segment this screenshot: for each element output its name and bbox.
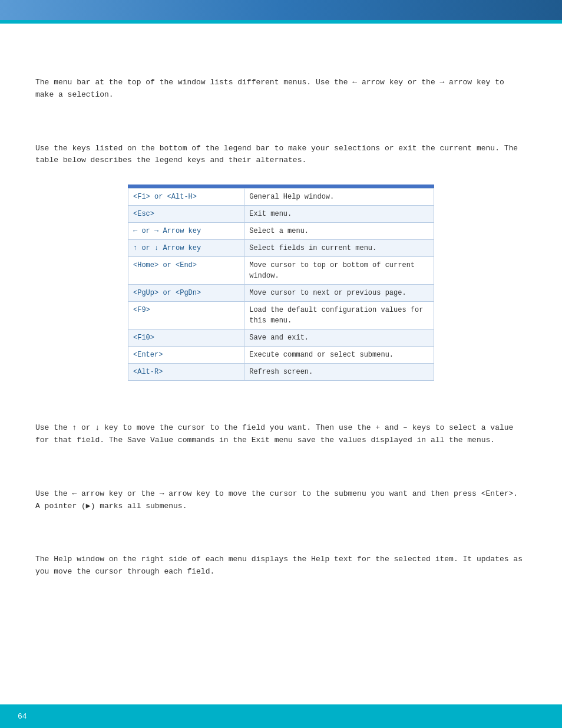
table-cell-description: Select a menu. <box>244 223 434 240</box>
table-row: <F10>Save and exit. <box>128 330 434 347</box>
main-content: The menu bar at the top of the window li… <box>0 24 562 631</box>
table-cell-key: <Esc> <box>128 206 244 223</box>
paragraph-1: The menu bar at the top of the window li… <box>35 77 527 101</box>
table-cell-description: Exit menu. <box>244 206 434 223</box>
table-row: <Home> or <End>Move cursor to top or bot… <box>128 257 434 285</box>
table-cell-description: Execute command or select submenu. <box>244 347 434 364</box>
table-row: ← or → Arrow keySelect a menu. <box>128 223 434 240</box>
table-cell-key: <F9> <box>128 302 244 330</box>
table-cell-description: General Help window. <box>244 189 434 206</box>
top-bar <box>0 0 562 24</box>
paragraph-3: Use the ↑ or ↓ key to move the cursor to… <box>35 422 527 447</box>
table-row: <F9>Load the default configuration value… <box>128 302 434 330</box>
table-cell-key: <F1> or <Alt-H> <box>128 189 244 206</box>
table-cell-key: ← or → Arrow key <box>128 223 244 240</box>
legend-table: <F1> or <Alt-H>General Help window.<Esc>… <box>128 185 434 381</box>
table-cell-description: Save and exit. <box>244 330 434 347</box>
table-cell-description: Move cursor to top or bottom of currentw… <box>244 257 434 285</box>
page-container: The menu bar at the top of the window li… <box>0 0 562 728</box>
table-row: <Alt-R>Refresh screen. <box>128 364 434 381</box>
top-bar-accent <box>0 20 562 24</box>
table-cell-key: ↑ or ↓ Arrow key <box>128 240 244 257</box>
table-row: <F1> or <Alt-H>General Help window. <box>128 189 434 206</box>
table-row: <Enter>Execute command or select submenu… <box>128 347 434 364</box>
table-cell-key: <Enter> <box>128 347 244 364</box>
paragraph-2: Use the keys listed on the bottom of the… <box>35 143 527 167</box>
paragraph-5: The Help window on the right side of eac… <box>35 554 527 578</box>
table-cell-key: <F10> <box>128 330 244 347</box>
legend-table-wrapper: <F1> or <Alt-H>General Help window.<Esc>… <box>128 185 434 381</box>
table-cell-description: Load the default configuration values fo… <box>244 302 434 330</box>
table-cell-key: <PgUp> or <PgDn> <box>128 285 244 302</box>
table-cell-description: Move cursor to next or previous page. <box>244 285 434 302</box>
bottom-bar: 64 <box>0 704 562 728</box>
table-cell-description: Select fields in current menu. <box>244 240 434 257</box>
table-row: <Esc>Exit menu. <box>128 206 434 223</box>
table-cell-key: <Alt-R> <box>128 364 244 381</box>
table-row: <PgUp> or <PgDn>Move cursor to next or p… <box>128 285 434 302</box>
page-number: 64 <box>18 712 27 721</box>
table-cell-description: Refresh screen. <box>244 364 434 381</box>
paragraph-4: Use the ← arrow key or the → arrow key t… <box>35 488 527 513</box>
table-row: ↑ or ↓ Arrow keySelect fields in current… <box>128 240 434 257</box>
table-cell-key: <Home> or <End> <box>128 257 244 285</box>
